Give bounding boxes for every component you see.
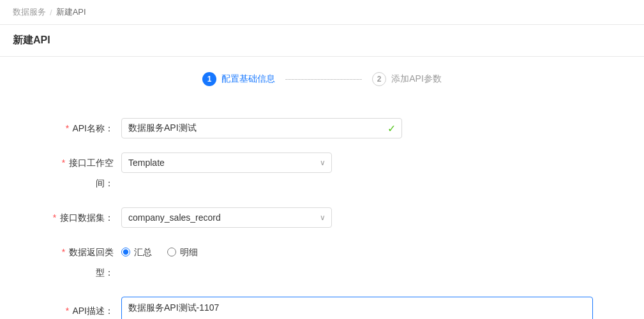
field-dataset: * 接口数据集： company_sales_record ∨: [0, 207, 644, 228]
radio-detail[interactable]: 明细: [167, 242, 198, 262]
api-desc-textarea[interactable]: 数据服务API测试-1107: [121, 297, 593, 319]
breadcrumb-separator: /: [50, 8, 52, 17]
dataset-select-wrap: company_sales_record ∨: [121, 207, 332, 228]
control-return-type: 汇总 明细: [121, 242, 593, 262]
radio-summary-input[interactable]: [121, 248, 130, 256]
label-dataset: * 接口数据集：: [51, 207, 121, 228]
control-workspace: Template ∨: [121, 152, 593, 173]
field-return-type: * 数据返回类型： 汇总 明细: [0, 242, 644, 283]
radio-detail-input[interactable]: [167, 248, 176, 256]
page-container: 数据服务 / 新建API 新建API 1 配置基础信息 2 添加API参数 * …: [0, 0, 644, 319]
field-api-name: * API名称： ✓: [0, 118, 644, 138]
field-api-desc: * API描述： 数据服务API测试-1107: [0, 297, 644, 319]
api-name-check-icon: ✓: [387, 122, 396, 135]
api-name-input-wrap: ✓: [121, 118, 402, 138]
step-1: 1 配置基础信息: [202, 72, 275, 86]
breadcrumb: 数据服务 / 新建API: [0, 0, 644, 25]
step-2-label: 添加API参数: [391, 73, 442, 85]
page-title: 新建API: [0, 25, 644, 57]
label-api-name: * API名称：: [51, 118, 121, 138]
radio-summary[interactable]: 汇总: [121, 242, 152, 262]
steps-bar: 1 配置基础信息 2 添加API参数: [0, 57, 644, 99]
label-return-type: * 数据返回类型：: [51, 242, 121, 283]
field-workspace: * 接口工作空间： Template ∨: [0, 152, 644, 193]
breadcrumb-current: 新建API: [56, 6, 86, 18]
form-area: * API名称： ✓ * 接口工作空间： Template: [0, 99, 644, 319]
label-api-desc: * API描述：: [51, 297, 121, 319]
return-type-radio-group: 汇总 明细: [121, 242, 593, 262]
step-1-label: 配置基础信息: [221, 73, 275, 85]
control-api-name: ✓: [121, 118, 593, 138]
step-line: [285, 79, 362, 80]
step-1-circle: 1: [202, 72, 216, 86]
radio-detail-label: 明细: [180, 242, 198, 262]
control-dataset: company_sales_record ∨: [121, 207, 593, 228]
workspace-select[interactable]: Template: [121, 152, 332, 173]
control-api-desc: 数据服务API测试-1107: [121, 297, 593, 319]
radio-summary-label: 汇总: [134, 242, 152, 262]
step-2-circle: 2: [372, 72, 386, 86]
dataset-select[interactable]: company_sales_record: [121, 207, 332, 228]
label-workspace: * 接口工作空间：: [51, 152, 121, 193]
workspace-select-wrap: Template ∨: [121, 152, 332, 173]
breadcrumb-parent[interactable]: 数据服务: [13, 6, 46, 18]
step-2: 2 添加API参数: [372, 72, 442, 86]
api-name-input[interactable]: [121, 118, 402, 138]
